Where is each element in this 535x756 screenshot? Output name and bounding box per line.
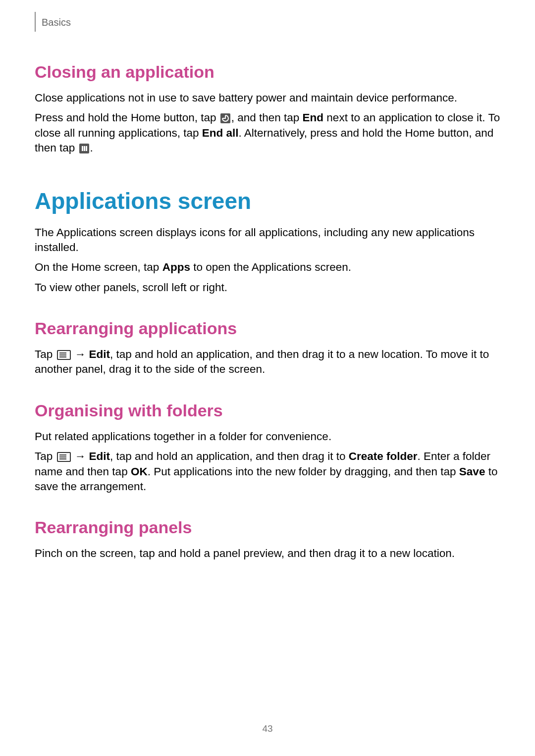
paragraph-closing-1: Close applications not in use to save ba… — [35, 91, 500, 105]
menu-icon — [57, 452, 71, 462]
svg-rect-1 — [84, 146, 85, 151]
text-segment: to open the Applications screen. — [190, 261, 351, 273]
heading-rearranging-panels: Rearranging panels — [35, 518, 500, 537]
page-header: Basics — [35, 19, 500, 32]
page-number: 43 — [0, 723, 535, 734]
close-all-icon — [79, 144, 89, 153]
text-segment: Tap — [35, 450, 56, 462]
bold-apps: Apps — [162, 261, 190, 273]
text-segment: On the Home screen, tap — [35, 261, 162, 273]
arrow-icon: → — [72, 450, 89, 462]
heading-organising-folders: Organising with folders — [35, 401, 500, 420]
paragraph-panels-1: Pinch on the screen, tap and hold a pane… — [35, 546, 500, 561]
paragraph-organising-2: Tap → Edit, tap and hold an application,… — [35, 449, 500, 494]
task-manager-icon — [220, 113, 230, 123]
paragraph-rearranging-1: Tap → Edit, tap and hold an application,… — [35, 347, 500, 377]
bold-edit: Edit — [89, 348, 110, 360]
heading-rearranging-apps: Rearranging applications — [35, 319, 500, 338]
paragraph-apps-3: To view other panels, scroll left or rig… — [35, 280, 500, 295]
paragraph-organising-1: Put related applications together in a f… — [35, 429, 500, 444]
text-segment: Press and hold the Home button, tap — [35, 111, 219, 124]
text-segment: , and then tap — [231, 111, 303, 124]
heading-applications-screen: Applications screen — [35, 188, 500, 214]
bold-end-all: End all — [202, 127, 239, 139]
bold-edit: Edit — [89, 450, 110, 462]
bold-ok: OK — [131, 465, 148, 478]
text-segment: , tap and hold an application, and then … — [110, 450, 349, 462]
bold-create-folder: Create folder — [349, 450, 418, 462]
heading-closing-application: Closing an application — [35, 62, 500, 82]
text-segment: Tap — [35, 348, 56, 360]
svg-rect-2 — [86, 146, 87, 151]
breadcrumb: Basics — [42, 17, 71, 28]
bold-save: Save — [459, 465, 485, 478]
paragraph-apps-1: The Applications screen displays icons f… — [35, 225, 500, 255]
text-segment: . — [90, 142, 93, 154]
paragraph-apps-2: On the Home screen, tap Apps to open the… — [35, 260, 500, 275]
menu-icon — [57, 350, 71, 360]
paragraph-closing-2: Press and hold the Home button, tap , an… — [35, 110, 500, 155]
arrow-icon: → — [72, 348, 89, 360]
bold-end: End — [303, 111, 324, 124]
header-divider — [35, 12, 36, 32]
text-segment: . Put applications into the new folder b… — [148, 465, 459, 478]
svg-rect-0 — [82, 146, 83, 151]
